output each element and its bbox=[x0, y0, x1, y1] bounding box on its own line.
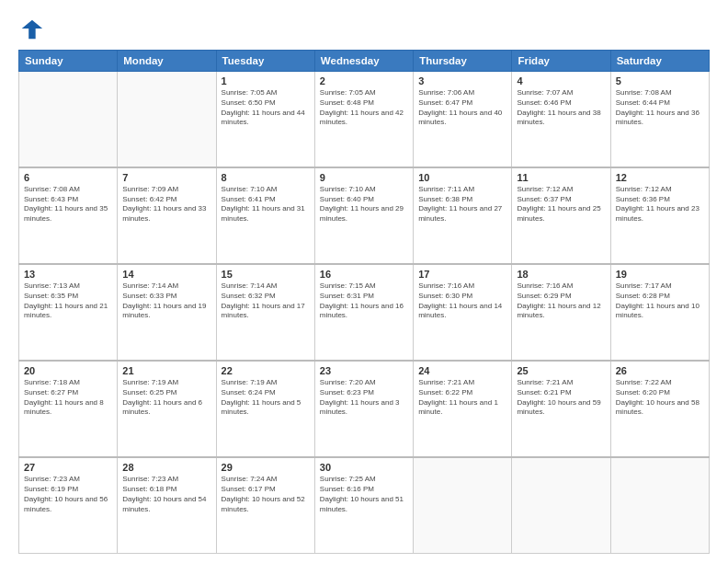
calendar-day-cell: 8Sunrise: 7:10 AM Sunset: 6:41 PM Daylig… bbox=[216, 167, 314, 264]
day-info: Sunrise: 7:11 AM Sunset: 6:38 PM Dayligh… bbox=[418, 185, 506, 224]
calendar-day-cell: 27Sunrise: 7:23 AM Sunset: 6:19 PM Dayli… bbox=[19, 457, 118, 553]
calendar-day-cell: 21Sunrise: 7:19 AM Sunset: 6:25 PM Dayli… bbox=[118, 361, 216, 457]
calendar-day-cell: 12Sunrise: 7:12 AM Sunset: 6:36 PM Dayli… bbox=[610, 167, 709, 264]
day-info: Sunrise: 7:12 AM Sunset: 6:37 PM Dayligh… bbox=[517, 185, 605, 224]
day-number: 20 bbox=[24, 365, 112, 376]
calendar-day-cell: 23Sunrise: 7:20 AM Sunset: 6:23 PM Dayli… bbox=[314, 361, 413, 457]
calendar-week-row: 6Sunrise: 7:08 AM Sunset: 6:43 PM Daylig… bbox=[19, 167, 710, 264]
day-info: Sunrise: 7:09 AM Sunset: 6:42 PM Dayligh… bbox=[122, 185, 210, 224]
calendar-day-cell bbox=[512, 457, 610, 553]
day-number: 3 bbox=[418, 75, 506, 86]
day-number: 30 bbox=[320, 462, 408, 473]
calendar-day-cell: 2Sunrise: 7:05 AM Sunset: 6:48 PM Daylig… bbox=[314, 72, 413, 167]
page: SundayMondayTuesdayWednesdayThursdayFrid… bbox=[0, 0, 728, 563]
day-info: Sunrise: 7:05 AM Sunset: 6:48 PM Dayligh… bbox=[320, 88, 408, 128]
svg-marker-0 bbox=[22, 20, 42, 40]
calendar-day-cell bbox=[610, 457, 709, 553]
day-info: Sunrise: 7:08 AM Sunset: 6:43 PM Dayligh… bbox=[24, 185, 112, 224]
calendar-day-cell: 10Sunrise: 7:11 AM Sunset: 6:38 PM Dayli… bbox=[414, 167, 512, 264]
day-info: Sunrise: 7:07 AM Sunset: 6:46 PM Dayligh… bbox=[517, 88, 605, 128]
calendar-day-cell: 28Sunrise: 7:23 AM Sunset: 6:18 PM Dayli… bbox=[118, 457, 216, 553]
day-number: 17 bbox=[418, 269, 506, 280]
day-number: 2 bbox=[320, 75, 408, 86]
calendar-day-cell: 29Sunrise: 7:24 AM Sunset: 6:17 PM Dayli… bbox=[216, 457, 314, 553]
day-number: 16 bbox=[320, 269, 408, 280]
calendar-week-row: 13Sunrise: 7:13 AM Sunset: 6:35 PM Dayli… bbox=[19, 264, 710, 361]
calendar-day-cell: 20Sunrise: 7:18 AM Sunset: 6:27 PM Dayli… bbox=[19, 361, 118, 457]
calendar-day-cell: 6Sunrise: 7:08 AM Sunset: 6:43 PM Daylig… bbox=[19, 167, 118, 264]
calendar-day-cell: 17Sunrise: 7:16 AM Sunset: 6:30 PM Dayli… bbox=[414, 264, 512, 361]
day-info: Sunrise: 7:16 AM Sunset: 6:29 PM Dayligh… bbox=[517, 282, 605, 321]
calendar-day-cell: 22Sunrise: 7:19 AM Sunset: 6:24 PM Dayli… bbox=[216, 361, 314, 457]
day-number: 22 bbox=[222, 365, 310, 376]
day-number: 27 bbox=[24, 462, 112, 473]
calendar-day-cell: 13Sunrise: 7:13 AM Sunset: 6:35 PM Dayli… bbox=[19, 264, 118, 361]
calendar-day-header: Wednesday bbox=[314, 51, 413, 72]
calendar-day-cell: 11Sunrise: 7:12 AM Sunset: 6:37 PM Dayli… bbox=[512, 167, 610, 264]
calendar-week-row: 1Sunrise: 7:05 AM Sunset: 6:50 PM Daylig… bbox=[19, 72, 710, 167]
day-number: 29 bbox=[222, 462, 310, 473]
calendar-day-cell: 14Sunrise: 7:14 AM Sunset: 6:33 PM Dayli… bbox=[118, 264, 216, 361]
day-number: 6 bbox=[24, 172, 112, 183]
calendar-day-cell: 30Sunrise: 7:25 AM Sunset: 6:16 PM Dayli… bbox=[314, 457, 413, 553]
day-number: 15 bbox=[222, 269, 310, 280]
calendar-day-cell: 26Sunrise: 7:22 AM Sunset: 6:20 PM Dayli… bbox=[610, 361, 709, 457]
day-info: Sunrise: 7:24 AM Sunset: 6:17 PM Dayligh… bbox=[222, 475, 310, 514]
day-info: Sunrise: 7:14 AM Sunset: 6:32 PM Dayligh… bbox=[222, 282, 310, 321]
day-info: Sunrise: 7:13 AM Sunset: 6:35 PM Dayligh… bbox=[24, 282, 112, 321]
day-info: Sunrise: 7:16 AM Sunset: 6:30 PM Dayligh… bbox=[418, 282, 506, 321]
logo-area bbox=[18, 17, 46, 42]
calendar-header-row: SundayMondayTuesdayWednesdayThursdayFrid… bbox=[19, 51, 710, 72]
day-info: Sunrise: 7:06 AM Sunset: 6:47 PM Dayligh… bbox=[418, 88, 506, 128]
logo-icon bbox=[18, 17, 44, 42]
day-info: Sunrise: 7:23 AM Sunset: 6:19 PM Dayligh… bbox=[24, 475, 112, 514]
calendar-day-cell bbox=[19, 72, 118, 167]
calendar-day-header: Monday bbox=[118, 51, 216, 72]
calendar-day-cell: 24Sunrise: 7:21 AM Sunset: 6:22 PM Dayli… bbox=[414, 361, 512, 457]
calendar-day-cell: 9Sunrise: 7:10 AM Sunset: 6:40 PM Daylig… bbox=[314, 167, 413, 264]
day-info: Sunrise: 7:18 AM Sunset: 6:27 PM Dayligh… bbox=[24, 378, 112, 418]
day-number: 25 bbox=[517, 365, 605, 376]
day-info: Sunrise: 7:21 AM Sunset: 6:22 PM Dayligh… bbox=[418, 378, 506, 418]
day-number: 8 bbox=[222, 172, 310, 183]
day-number: 21 bbox=[122, 365, 210, 376]
day-info: Sunrise: 7:12 AM Sunset: 6:36 PM Dayligh… bbox=[616, 185, 704, 224]
calendar-day-cell: 7Sunrise: 7:09 AM Sunset: 6:42 PM Daylig… bbox=[118, 167, 216, 264]
day-number: 5 bbox=[616, 75, 704, 86]
calendar-day-cell: 4Sunrise: 7:07 AM Sunset: 6:46 PM Daylig… bbox=[512, 72, 610, 167]
day-number: 12 bbox=[616, 172, 704, 183]
calendar-day-cell: 1Sunrise: 7:05 AM Sunset: 6:50 PM Daylig… bbox=[216, 72, 314, 167]
day-info: Sunrise: 7:25 AM Sunset: 6:16 PM Dayligh… bbox=[320, 475, 408, 514]
calendar-day-cell: 5Sunrise: 7:08 AM Sunset: 6:44 PM Daylig… bbox=[610, 72, 709, 167]
calendar-day-header: Sunday bbox=[19, 51, 118, 72]
calendar-week-row: 20Sunrise: 7:18 AM Sunset: 6:27 PM Dayli… bbox=[19, 361, 710, 457]
day-number: 7 bbox=[122, 172, 210, 183]
calendar-day-cell bbox=[118, 72, 216, 167]
day-number: 1 bbox=[222, 75, 310, 86]
day-info: Sunrise: 7:08 AM Sunset: 6:44 PM Dayligh… bbox=[616, 88, 704, 128]
day-info: Sunrise: 7:14 AM Sunset: 6:33 PM Dayligh… bbox=[122, 282, 210, 321]
day-info: Sunrise: 7:10 AM Sunset: 6:40 PM Dayligh… bbox=[320, 185, 408, 224]
day-info: Sunrise: 7:20 AM Sunset: 6:23 PM Dayligh… bbox=[320, 378, 408, 418]
day-number: 26 bbox=[616, 365, 704, 376]
calendar-day-cell: 3Sunrise: 7:06 AM Sunset: 6:47 PM Daylig… bbox=[414, 72, 512, 167]
day-info: Sunrise: 7:19 AM Sunset: 6:24 PM Dayligh… bbox=[222, 378, 310, 418]
day-info: Sunrise: 7:19 AM Sunset: 6:25 PM Dayligh… bbox=[122, 378, 210, 418]
calendar-day-header: Saturday bbox=[610, 51, 709, 72]
day-number: 10 bbox=[418, 172, 506, 183]
day-number: 4 bbox=[517, 75, 605, 86]
day-number: 11 bbox=[517, 172, 605, 183]
calendar-day-cell: 16Sunrise: 7:15 AM Sunset: 6:31 PM Dayli… bbox=[314, 264, 413, 361]
day-number: 14 bbox=[122, 269, 210, 280]
day-info: Sunrise: 7:17 AM Sunset: 6:28 PM Dayligh… bbox=[616, 282, 704, 321]
calendar-table: SundayMondayTuesdayWednesdayThursdayFrid… bbox=[18, 50, 710, 554]
calendar-day-cell bbox=[414, 457, 512, 553]
day-info: Sunrise: 7:22 AM Sunset: 6:20 PM Dayligh… bbox=[616, 378, 704, 418]
day-number: 18 bbox=[517, 269, 605, 280]
day-number: 9 bbox=[320, 172, 408, 183]
day-info: Sunrise: 7:21 AM Sunset: 6:21 PM Dayligh… bbox=[517, 378, 605, 418]
header bbox=[18, 17, 710, 42]
day-number: 28 bbox=[122, 462, 210, 473]
day-info: Sunrise: 7:10 AM Sunset: 6:41 PM Dayligh… bbox=[222, 185, 310, 224]
day-info: Sunrise: 7:05 AM Sunset: 6:50 PM Dayligh… bbox=[222, 88, 310, 128]
